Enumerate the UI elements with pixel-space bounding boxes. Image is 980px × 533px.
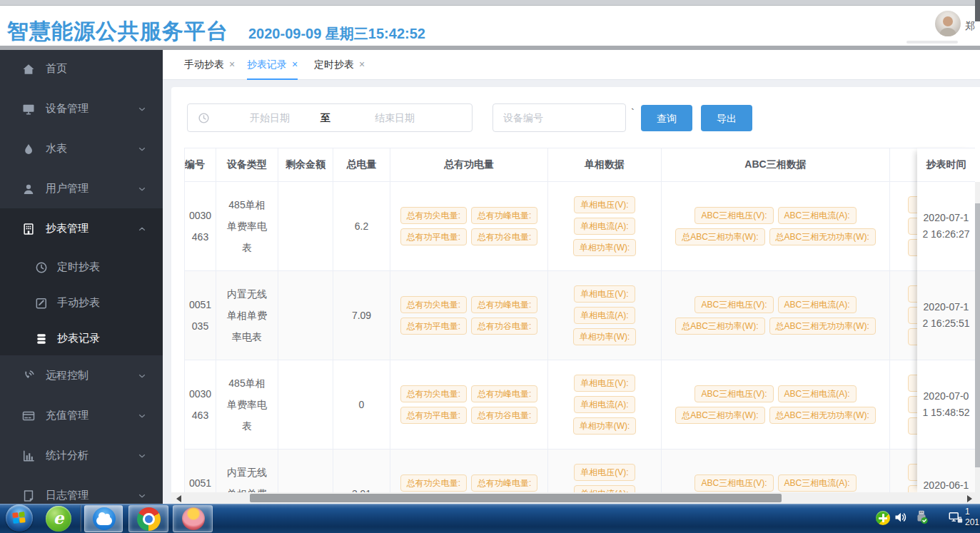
- tag: 总有功峰电量:: [471, 474, 537, 492]
- single-phase-tags: 单相电压(V): 单相电流(A): 单相功率(W):: [548, 372, 661, 437]
- column-header-read-time: 抄表时间: [926, 158, 966, 171]
- table-region: 设备编号 设备类型 剩余金额 总电量 总有功电量 单相数据 ABC三相数据 00…: [0, 0, 980, 492]
- energy-tags: 总有功尖电量: 总有功峰电量: 总有功平电量: 总有功谷电量:: [390, 472, 547, 492]
- cell-device-id: 0051033: [187, 472, 214, 492]
- qq-browser-button[interactable]: [84, 505, 123, 532]
- abc-phase-tags: ABC三相电压(V): ABC三相电流(A): 总ABC三相功率(W): 总AB…: [662, 294, 889, 337]
- single-phase-tags: 单相电压(V): 单相电流(A): 单相功率(W):: [548, 194, 661, 258]
- network-icon[interactable]: [947, 510, 964, 529]
- tag: ABC三相电压(V):: [694, 385, 773, 402]
- tag: 总有功谷电量:: [471, 407, 537, 424]
- tag: 总有功谷电量:: [471, 318, 537, 335]
- tag: 单相电压(V):: [574, 375, 635, 392]
- tag: 单相电流(A):: [574, 218, 635, 235]
- tag: ABC三相电压(V):: [694, 207, 773, 224]
- tag: ABC三相电压(V):: [694, 296, 773, 313]
- column-header-single-phase: 单相数据: [585, 158, 625, 171]
- table-row: 0051033 内置无线单相单费率电表 3.91 总有功尖电量: 总有功峰电量:…: [184, 450, 924, 492]
- tag: ABC三相电流(A):: [778, 474, 857, 492]
- table-row: 0030463 485单相单费率电表 0 总有功尖电量: 总有功峰电量: 总有功…: [184, 360, 924, 450]
- scroll-right-arrow-icon[interactable]: [967, 495, 972, 502]
- tag: ABC三相电流(A):: [778, 207, 857, 224]
- cell-device-type: 内置无线单相单费率电表: [225, 283, 269, 347]
- cell-device-id: 0030463: [187, 383, 214, 426]
- column-header-abc-phase: ABC三相数据: [744, 158, 806, 171]
- photo-viewer-button[interactable]: [173, 505, 213, 532]
- tag: 总有功尖电量:: [400, 296, 467, 313]
- energy-tags: 总有功尖电量: 总有功峰电量: 总有功平电量: 总有功谷电量:: [390, 383, 547, 426]
- tag: 单相电流(A):: [574, 307, 635, 324]
- column-header-balance: 剩余金额: [286, 158, 325, 171]
- tag: 总有功峰电量:: [471, 296, 537, 313]
- usb-device-icon[interactable]: [914, 509, 929, 528]
- 360-safety-tray-icon[interactable]: [876, 511, 890, 525]
- table-row: 0051035 内置无线单相单费率电表 7.09 总有功尖电量: 总有功峰电量:…: [184, 271, 924, 360]
- tag: 总有功平电量:: [400, 407, 467, 424]
- tag: 总有功峰电量:: [471, 207, 537, 224]
- tag: 单相功率(W):: [573, 328, 637, 345]
- cell-device-type: 485单相单费率电表: [225, 372, 269, 437]
- tag: 单相功率(W):: [573, 417, 637, 435]
- cell-device-id: 0030463: [187, 205, 214, 248]
- clock-date: 201: [965, 517, 980, 528]
- screen: 智慧能源公共服务平台 2020-09-09 星期三15:42:52 郑 首页 设…: [0, 0, 980, 533]
- tag: ABC三相电流(A):: [778, 296, 857, 313]
- cell-read-time: 2020-07-12 16:26:27: [922, 210, 971, 243]
- tag: 单相电压(V):: [574, 285, 635, 303]
- tag: 单相功率(W):: [573, 239, 637, 256]
- single-phase-tags: 单相电压(V): 单相电流(A): 单相功率(W):: [548, 283, 661, 347]
- scroll-left-arrow-icon[interactable]: [176, 495, 181, 502]
- tag: 总ABC三相无功功率(W):: [769, 318, 876, 335]
- abc-phase-tags: ABC三相电压(V): ABC三相电流(A): 总ABC三相功率(W): 总AB…: [662, 205, 889, 248]
- single-phase-tags: 单相电压(V): 单相电流(A): 单相功率(W):: [548, 462, 661, 492]
- tag: ABC三相电流(A):: [778, 385, 857, 402]
- windows-flag-icon: [12, 512, 26, 524]
- tag: 总ABC三相功率(W):: [675, 318, 764, 335]
- table-row: 0030463 485单相单费率电表 6.2 总有功尖电量: 总有功峰电量: 总…: [184, 182, 924, 271]
- 360-browser-icon[interactable]: e: [46, 506, 71, 532]
- taskbar-separator: [80, 505, 81, 532]
- cell-read-time: 2020-07-12 16:25:51: [922, 299, 971, 332]
- tag: 单相电压(V):: [574, 464, 635, 481]
- column-header-device-type: 设备类型: [227, 158, 267, 171]
- vertical-scrollbar-thumb[interactable]: [975, 203, 980, 467]
- tag: 总有功尖电量:: [400, 385, 467, 402]
- tag: 单相电流(A):: [574, 396, 635, 413]
- chrome-icon: [137, 507, 161, 531]
- energy-tags: 总有功尖电量: 总有功峰电量: 总有功平电量: 总有功谷电量:: [390, 205, 547, 248]
- tag: 总有功平电量:: [400, 318, 467, 335]
- cell-total-energy: 7.09: [337, 305, 387, 326]
- tag: 总有功平电量:: [400, 228, 467, 245]
- windows-start-orb[interactable]: [6, 504, 33, 532]
- cell-total-energy: 3.91: [337, 483, 387, 492]
- taskbar-clock[interactable]: 1 201: [965, 507, 980, 528]
- energy-tags: 总有功尖电量: 总有功峰电量: 总有功平电量: 总有功谷电量:: [390, 294, 547, 337]
- photo-viewer-icon: [182, 507, 205, 530]
- tag: 总有功峰电量:: [471, 385, 537, 402]
- tag: 总ABC三相功率(W):: [675, 407, 764, 424]
- cell-total-energy: 6.2: [337, 215, 387, 237]
- fixed-time-column: 抄表时间 2020-07-12 16:26:27 2020-07-12 16:2…: [917, 148, 975, 492]
- tag: 总有功尖电量:: [400, 474, 467, 492]
- column-header-device-id: 设备编号: [185, 158, 216, 171]
- cell-device-type: 485单相单费率电表: [225, 194, 269, 258]
- abc-phase-tags: ABC三相电压(V): ABC三相电流(A): 总ABC三相功率(W): 总AB…: [662, 383, 889, 426]
- cell-device-type: 内置无线单相单费率电表: [225, 462, 269, 492]
- horizontal-scrollbar-thumb[interactable]: [250, 494, 782, 502]
- cell-device-id: 0051035: [187, 294, 214, 337]
- volume-icon[interactable]: [894, 510, 908, 527]
- table-header-row: 设备编号 设备类型 剩余金额 总电量 总有功电量 单相数据 ABC三相数据: [184, 148, 924, 182]
- tag: 总ABC三相无功功率(W):: [769, 407, 876, 424]
- tag: 单相电流(A):: [574, 485, 635, 492]
- cell-read-time: 2020-07-01 15:48:52: [922, 388, 971, 421]
- column-header-active-energy: 总有功电量: [444, 158, 494, 171]
- tag: 总有功谷电量:: [471, 228, 537, 245]
- tag: 单相电压(V):: [574, 196, 635, 213]
- chrome-button[interactable]: [128, 505, 168, 532]
- clock-time: 1: [965, 507, 980, 517]
- tag: 总有功尖电量:: [400, 207, 467, 224]
- qq-browser-icon: [93, 507, 116, 530]
- abc-phase-tags: ABC三相电压(V): ABC三相电流(A): 总ABC三相功率(W): 总AB…: [662, 472, 889, 492]
- tag: ABC三相电压(V):: [694, 474, 773, 492]
- tag: 总ABC三相功率(W):: [675, 228, 764, 245]
